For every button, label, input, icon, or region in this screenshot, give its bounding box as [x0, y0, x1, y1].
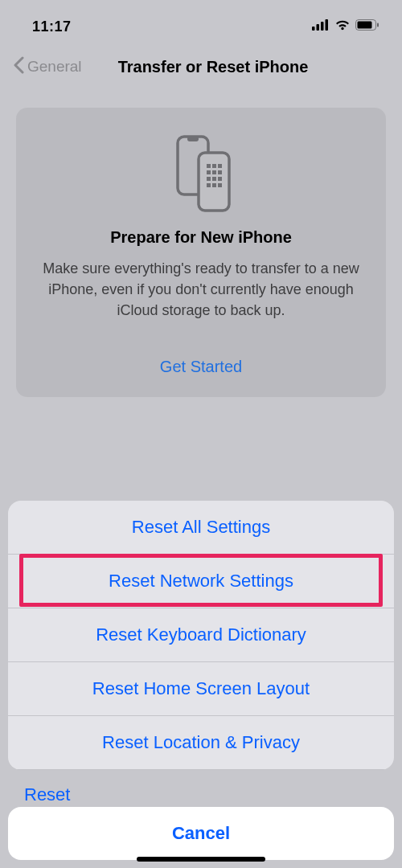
svg-rect-11: [212, 164, 216, 168]
sheet-option-reset-keyboard[interactable]: Reset Keyboard Dictionary: [8, 608, 394, 662]
svg-rect-15: [218, 170, 222, 174]
reset-action-sheet: Reset All Settings Reset Network Setting…: [8, 501, 394, 770]
back-button[interactable]: General: [13, 56, 82, 77]
svg-rect-12: [218, 164, 222, 168]
status-time: 11:17: [32, 18, 72, 35]
sheet-option-reset-location[interactable]: Reset Location & Privacy: [8, 716, 394, 770]
svg-rect-8: [187, 137, 199, 141]
svg-rect-3: [326, 19, 329, 31]
svg-rect-21: [218, 183, 222, 187]
svg-rect-2: [321, 22, 324, 31]
svg-rect-13: [207, 170, 211, 174]
action-sheet-container: Reset All Settings Reset Network Setting…: [0, 501, 402, 868]
svg-rect-5: [358, 22, 372, 29]
svg-rect-0: [312, 27, 315, 31]
card-title: Prepare for New iPhone: [35, 228, 367, 247]
sheet-option-reset-network[interactable]: Reset Network Settings: [8, 555, 394, 608]
svg-rect-20: [212, 183, 216, 187]
reset-fragment-text: Reset: [8, 778, 394, 807]
sheet-option-reset-all[interactable]: Reset All Settings: [8, 501, 394, 555]
status-icons: [312, 19, 379, 34]
svg-rect-19: [207, 183, 211, 187]
svg-rect-16: [207, 177, 211, 181]
svg-rect-14: [212, 170, 216, 174]
status-bar: 11:17: [0, 0, 402, 45]
phones-icon: [35, 133, 367, 214]
svg-rect-10: [207, 164, 211, 168]
back-label: General: [27, 58, 82, 76]
prepare-card: Prepare for New iPhone Make sure everyth…: [16, 108, 386, 397]
svg-rect-9: [199, 153, 229, 211]
svg-rect-17: [212, 177, 216, 181]
sheet-option-reset-homescreen[interactable]: Reset Home Screen Layout: [8, 662, 394, 716]
content-area: Prepare for New iPhone Make sure everyth…: [0, 88, 402, 416]
svg-rect-18: [218, 177, 222, 181]
cancel-button[interactable]: Cancel: [8, 807, 394, 860]
svg-rect-6: [377, 23, 379, 27]
get-started-link[interactable]: Get Started: [35, 353, 367, 379]
card-body: Make sure everything's ready to transfer…: [35, 258, 367, 321]
svg-rect-1: [317, 24, 320, 31]
home-indicator[interactable]: [137, 857, 265, 862]
battery-icon: [355, 19, 379, 34]
wifi-icon: [334, 19, 351, 34]
navigation-bar: General Transfer or Reset iPhone: [0, 45, 402, 88]
cellular-icon: [312, 19, 330, 34]
chevron-left-icon: [13, 56, 24, 77]
